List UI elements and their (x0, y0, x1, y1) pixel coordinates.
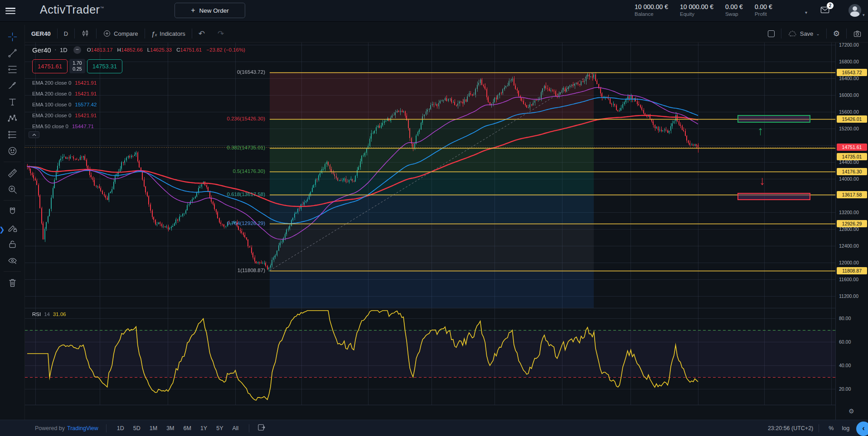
account-stat-profit: 0.00 €Profit (755, 3, 772, 17)
price-axis-label: 11600.00 (839, 277, 858, 282)
text-icon[interactable] (0, 94, 25, 110)
price-axis-label: 12000.00 (839, 260, 859, 265)
price-highlight-label: 12926.29 (837, 220, 867, 227)
legend-timeframe: 1D (60, 47, 68, 53)
chevron-down-icon[interactable]: ▾ (805, 10, 807, 15)
hide-icon[interactable] (0, 252, 25, 268)
compare-button[interactable]: Compare (97, 25, 144, 42)
range-3m[interactable]: 3M (164, 424, 177, 433)
price-axis-label: 16800.00 (839, 59, 859, 64)
powered-by-label: Powered by (35, 425, 65, 431)
spread-box: 1.70 0.25 (69, 59, 85, 73)
change-value: −23.82 (−0.16%) (207, 47, 246, 53)
price-highlight-label: 13617.58 (837, 191, 867, 198)
multi-chart-layout-button[interactable] (761, 25, 781, 42)
emoji-icon[interactable] (0, 143, 25, 159)
range-6m[interactable]: 6M (181, 424, 194, 433)
price-axis-label: 12400.00 (839, 243, 859, 249)
chevron-down-icon: ⌄ (816, 31, 820, 36)
range-5y[interactable]: 5Y (213, 424, 226, 433)
sell-button[interactable]: 14751.61 (32, 59, 68, 73)
magnet-icon[interactable] (0, 203, 25, 220)
toolbar-divider (4, 200, 21, 201)
tradingview-link[interactable]: TradingView (67, 425, 98, 431)
toolbar-divider (4, 271, 21, 272)
indicator-row-ema[interactable]: EMA 100 close 015577.42 (32, 99, 245, 110)
new-order-button[interactable]: + New Order (175, 3, 245, 18)
drawing-arrow-up[interactable]: ↑ (757, 125, 764, 137)
drawing-rectangle[interactable] (737, 193, 810, 200)
account-stat-swap: 0.00 €Swap (725, 3, 743, 17)
rsi-axis-label: 80.00 (839, 316, 851, 321)
stat-label: Swap (725, 11, 743, 17)
brush-icon[interactable] (0, 77, 25, 94)
rsi-value: 31.06 (53, 311, 66, 317)
collapse-panel-button[interactable]: ‹ (856, 422, 868, 436)
screenshot-button[interactable] (847, 25, 868, 42)
buy-button[interactable]: 14753.31 (87, 59, 122, 73)
drawing-arrow-down[interactable]: ↓ (759, 175, 766, 187)
drawing-rectangle[interactable] (737, 115, 810, 123)
rsi-axis-label: 60.00 (839, 339, 851, 345)
save-button[interactable]: Save ⌄ (781, 25, 826, 42)
candles-style-icon[interactable] (75, 25, 96, 42)
stat-value: 0.00 € (755, 3, 772, 10)
price-axis-label: 16000.00 (839, 92, 859, 98)
notification-badge: 2 (827, 2, 834, 9)
panel-expander-icon[interactable]: ❯ (0, 225, 5, 234)
stat-label: Balance (635, 11, 668, 17)
collapse-indicators-button[interactable] (29, 131, 39, 138)
trend-line-icon[interactable] (0, 45, 25, 61)
price-highlight-label: 11808.87 (837, 267, 867, 274)
drawing-toolbar (0, 25, 25, 420)
price-scale[interactable]: ⚙ 17200.0016800.0016400.0016000.0015600.… (835, 43, 868, 420)
avatar[interactable] (849, 4, 861, 17)
chart-legend: Ger40 · 1D − O14813.17H14852.66L14625.33… (32, 44, 245, 132)
forecast-icon[interactable] (0, 126, 25, 143)
crosshair-icon[interactable] (0, 29, 25, 45)
price-axis-label: 13200.00 (839, 210, 859, 215)
undo-icon[interactable]: ↶ (192, 25, 211, 42)
symbol-button[interactable]: GER40 (25, 25, 57, 42)
chart-toolbar: GER40 D Compare ƒx Indicators ↶ ↷ Save ⌄… (25, 25, 868, 43)
account-stat-equity: 10 000.00 €Equity (680, 3, 713, 17)
fib-retracement-icon[interactable] (0, 61, 25, 77)
app-logo: ActivTrader™ (40, 3, 104, 16)
timeframe-button[interactable]: D (58, 25, 74, 42)
chevron-down-icon[interactable]: ▾ (863, 13, 865, 17)
range-1m[interactable]: 1M (147, 424, 160, 433)
gear-icon[interactable]: ⚙ (849, 407, 854, 415)
range-1y[interactable]: 1Y (198, 424, 210, 433)
settings-button[interactable]: ⚙ (827, 25, 846, 42)
collapse-symbol-icon[interactable]: − (73, 46, 81, 54)
range-all[interactable]: All (230, 424, 242, 433)
indicator-row-ema[interactable]: EMA 200 close 015421.91 (32, 77, 245, 88)
redo-icon[interactable]: ↷ (211, 25, 230, 42)
range-5d[interactable]: 5D (131, 424, 143, 433)
clock-label[interactable]: 23:20:56 (UTC+2) (768, 425, 813, 431)
toolbar-divider (4, 162, 21, 162)
go-to-date-icon[interactable] (257, 423, 266, 433)
plus-circle-icon (103, 29, 111, 38)
ruler-icon[interactable] (0, 165, 25, 181)
indicator-row-ema[interactable]: EMA 200 close 015421.91 (32, 110, 245, 121)
indicator-row-ema[interactable]: EMA 200 close 015421.91 (32, 88, 245, 99)
menu-icon[interactable] (5, 6, 15, 14)
percent-scale-button[interactable]: % (824, 425, 838, 431)
log-scale-button[interactable]: log (838, 425, 853, 431)
lock-icon[interactable] (0, 236, 25, 252)
indicators-button[interactable]: ƒx Indicators (145, 25, 192, 42)
range-1d[interactable]: 1D (114, 424, 127, 433)
zoom-in-icon[interactable] (0, 181, 25, 197)
ohlc-l: L14625.33 (147, 47, 172, 53)
function-icon: ƒx (151, 30, 157, 38)
chart-area[interactable]: 0(16543.72)0.236(15426.30)0.382(14735.01… (25, 43, 835, 405)
rsi-axis-label: 40.00 (839, 363, 851, 368)
bottom-bar: Powered by TradingView 1D5D1M3M6M1Y5YAll… (0, 420, 868, 436)
xabcd-pattern-icon[interactable] (0, 110, 25, 126)
top-bar: ActivTrader™ + New Order 10 000.00 €Bala… (0, 0, 868, 22)
indicator-row-ema[interactable]: EMA 50 close 015447.71 (32, 121, 245, 132)
stat-value: 10 000.00 € (680, 3, 713, 10)
trash-icon[interactable] (0, 274, 25, 291)
price-highlight-label: 16543.72 (837, 69, 867, 76)
